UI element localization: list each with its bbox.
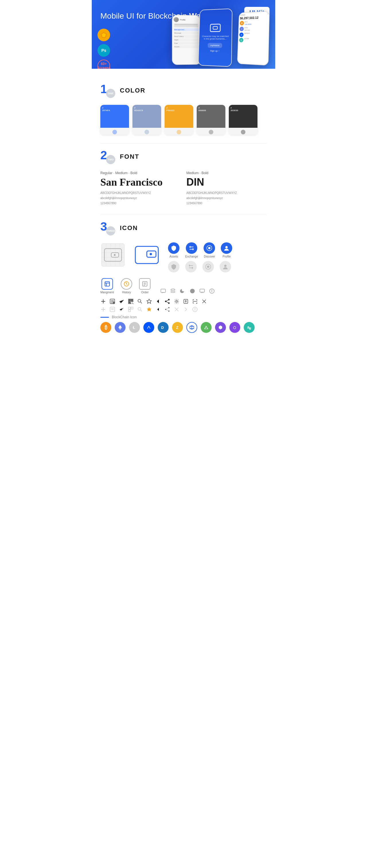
svg-point-83 (168, 307, 169, 308)
swatch-grey: #666666 (197, 105, 225, 135)
svg-line-81 (140, 310, 142, 311)
swatch-grey-blue: #8DA0C8 (133, 105, 161, 135)
assets-label: Assets (169, 255, 178, 258)
management-icon (102, 278, 113, 290)
svg-point-18 (150, 253, 152, 255)
info-icon (209, 288, 215, 294)
star-icon (146, 299, 152, 304)
svg-point-92 (195, 308, 195, 309)
profile-label: Profile (223, 255, 230, 258)
ps-badge: Ps (97, 44, 110, 57)
svg-rect-25 (105, 282, 110, 286)
bottom-icons-row: Mangment History (101, 278, 266, 294)
check-icon (119, 299, 124, 304)
svg-rect-36 (200, 289, 204, 292)
svg-text:Ł: Ł (133, 325, 135, 330)
svg-point-85 (165, 309, 166, 310)
svg-point-24 (224, 265, 227, 267)
list-icon-grey (110, 307, 115, 312)
svg-rect-77 (129, 307, 131, 309)
qr-icon (128, 299, 134, 304)
section-number-1: 1 ONE (101, 83, 115, 98)
phone-left: Profile Management Message Real Collect … (172, 15, 201, 65)
chat-icon (160, 288, 166, 294)
svg-point-61 (168, 299, 169, 300)
profile-icon (221, 242, 232, 254)
order-icon (139, 278, 150, 290)
svg-line-86 (166, 308, 168, 309)
order-icon-item: Order (139, 278, 150, 294)
waves-icon (143, 322, 154, 333)
history-icon-item: History (121, 278, 132, 294)
svg-rect-79 (129, 310, 131, 312)
discover-icon (204, 242, 215, 254)
swatch-blue: #3574FA (101, 105, 129, 135)
x-icon-grey (174, 307, 179, 312)
crypto-coins-row: ₿ Ł D Z (101, 322, 266, 333)
assets-icon-grey (168, 261, 179, 273)
history-label: History (122, 291, 131, 294)
moon-icon (180, 288, 186, 294)
bitcoin-icon: ₿ (101, 322, 111, 333)
teal-coin-icon (244, 322, 255, 333)
svg-marker-93 (118, 325, 122, 328)
nav-icons-filled: Assets Exchange (168, 242, 266, 258)
font-sf: Regular · Medium · Bold San Francisco AB… (101, 171, 181, 206)
svg-point-35 (190, 289, 195, 293)
plus-icon-grey (101, 307, 106, 312)
svg-point-39 (211, 290, 212, 290)
order-label: Order (141, 291, 148, 294)
discover-icon-item: Discover (204, 242, 215, 258)
star-icon-orange (146, 307, 152, 312)
svg-point-58 (138, 299, 141, 302)
check-icon-grey (119, 307, 124, 312)
upload-icon (183, 299, 189, 304)
wallet-icon-wireframe (101, 242, 125, 268)
svg-text:Z: Z (176, 326, 178, 330)
hero-badges: Ps 60+Screens (97, 29, 110, 69)
font-grid: Regular · Medium · Bold San Francisco AB… (101, 171, 266, 206)
svg-marker-60 (147, 299, 151, 303)
icon-section-header: 3 THREE ICON (101, 221, 266, 236)
svg-point-15 (114, 254, 116, 256)
color-section-header: 1 ONE COLOR (101, 83, 266, 98)
exchange-icon-item: Exchange (185, 242, 198, 258)
green-coin-icon (201, 322, 211, 333)
svg-point-63 (165, 301, 166, 302)
blockchain-divider: BlockChain Icon (101, 315, 266, 319)
svg-point-20 (208, 247, 210, 249)
svg-point-62 (168, 303, 169, 304)
back-icon (156, 299, 161, 304)
screens-badge: 60+Screens (97, 60, 110, 69)
svg-point-23 (207, 266, 209, 268)
nav-icons-group: Assets Exchange (168, 242, 266, 273)
misc-row-1 (160, 288, 215, 294)
swatch-dark: #303030 (229, 105, 257, 135)
profile-icon-grey (220, 261, 231, 273)
svg-point-80 (138, 307, 141, 310)
management-icon-item: Mangment (101, 278, 114, 294)
font-title: FONT (120, 153, 139, 160)
purple-coin-icon (215, 322, 226, 333)
discover-icon-grey (202, 261, 214, 273)
exchange-label: Exchange (185, 255, 198, 258)
svg-line-59 (140, 302, 142, 303)
svg-text:D: D (161, 326, 164, 330)
svg-line-57 (132, 303, 133, 304)
svg-point-21 (225, 246, 228, 248)
svg-marker-82 (147, 307, 151, 311)
close-icon (201, 299, 207, 304)
phone-right: myWallet + $6,297,502.12 ₿ BTC738-2003 Ξ… (237, 11, 270, 66)
assets-icon (168, 242, 179, 254)
hero-section: Mobile UI for Blockchain Wallet UI Kit P… (92, 0, 275, 69)
zcash-icon: Z (172, 322, 183, 333)
management-label: Mangment (101, 291, 114, 294)
phone-center: Character may be matched in the great mo… (198, 8, 232, 67)
font-section-header: 2 TWO FONT (101, 149, 266, 164)
svg-text:⬡: ⬡ (233, 326, 236, 330)
search-icon (137, 299, 143, 304)
icon-title: ICON (120, 224, 138, 232)
grid-coin-icon (186, 322, 197, 333)
svg-rect-78 (131, 307, 133, 309)
wallet-icon-filled (134, 242, 160, 268)
